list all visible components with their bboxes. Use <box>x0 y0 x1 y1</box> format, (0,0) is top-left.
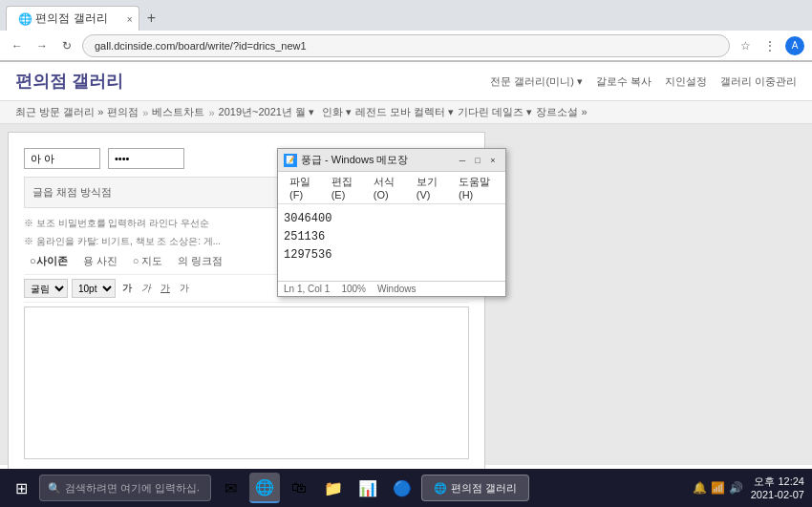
site-nav: 전문 갤러리(미니) ▾ 갈로수 복사 지인설정 갤러리 이중관리 <box>490 74 797 89</box>
url-input[interactable] <box>82 34 730 57</box>
breadcrumb-year[interactable]: 2019년~2021년 월 ▾ <box>219 105 314 119</box>
nav-dual[interactable]: 갤러리 이중관리 <box>720 74 797 89</box>
clock-date: 2021-02-07 <box>751 488 804 501</box>
breadcrumb-photo[interactable]: 인화 ▾ <box>322 105 352 119</box>
editor-area[interactable] <box>24 306 469 459</box>
minimize-button[interactable]: ─ <box>456 154 469 167</box>
search-bar[interactable]: 🔍 <box>39 475 211 501</box>
pw-input[interactable] <box>108 148 184 169</box>
toolbar-tab-photo[interactable]: 용 사진 <box>77 252 123 270</box>
notepad-line2: 251136 <box>284 228 500 246</box>
profile-avatar[interactable]: A <box>785 36 804 55</box>
address-bar: ← → ↻ ☆ ⋮ A <box>0 31 812 61</box>
status-encoding: Windows <box>377 284 417 294</box>
search-icon: 🔍 <box>48 482 61 495</box>
font-color-button[interactable]: 가 <box>177 281 192 296</box>
taskbar-explorer[interactable]: 📁 <box>318 473 349 503</box>
tray-notification[interactable]: 🔔 <box>693 481 707 495</box>
maximize-button[interactable]: □ <box>471 154 484 167</box>
tray-volume[interactable]: 🔊 <box>729 481 743 495</box>
main-content: 글읍 채점 방식점 ※ 보조 비밀번호를 입력하려 라인다 우선순 ※ 움라인을… <box>0 124 812 465</box>
system-clock: 오후 12:24 2021-02-07 <box>751 475 804 502</box>
breadcrumb-legend[interactable]: 레전드 모바 컬렉터 ▾ <box>355 105 454 119</box>
back-button[interactable]: ← <box>8 36 27 55</box>
italic-button[interactable]: 가 <box>139 281 154 296</box>
taskbar-edge[interactable]: 🌐 <box>249 473 280 503</box>
font-select[interactable]: 굴림 <box>24 279 68 298</box>
tab-bar: 🌐 편의점 갤러리 × + <box>0 0 812 31</box>
nav-gallery-mini[interactable]: 전문 갤러리(미니) ▾ <box>490 74 582 89</box>
notepad-content[interactable]: 3046400 251136 1297536 <box>278 204 505 281</box>
breadcrumb-recent[interactable]: 최근 방문 갤러리 » <box>15 105 103 119</box>
underline-button[interactable]: 가 <box>158 281 173 296</box>
status-position: Ln 1, Col 1 <box>284 284 330 294</box>
taskbar-store[interactable]: 🛍 <box>284 473 314 503</box>
forward-button[interactable]: → <box>32 36 52 55</box>
active-window-label: 편의점 갤러리 <box>451 481 517 496</box>
menu-help[interactable]: 도움말(H) <box>451 174 502 201</box>
breadcrumb-genre[interactable]: 장르소설 » <box>536 105 587 119</box>
active-window-icon: 🌐 <box>434 482 447 495</box>
breadcrumb-sep1: » <box>142 107 148 118</box>
taskbar-office[interactable]: 📊 <box>353 473 383 503</box>
tab-close-button[interactable]: × <box>127 13 133 24</box>
taskbar-chrome[interactable]: 🔵 <box>387 473 417 503</box>
notepad-statusbar: Ln 1, Col 1 100% Windows <box>278 281 505 296</box>
taskbar-apps: ✉ 🌐 🛍 📁 📊 🔵 🌐 편의점 갤러리 <box>215 473 689 503</box>
active-tab[interactable]: 🌐 편의점 갤러리 × <box>6 6 139 31</box>
site-header: 편의점 갤러리 전문 갤러리(미니) ▾ 갈로수 복사 지인설정 갤러리 이중관… <box>0 62 812 101</box>
breadcrumb-best[interactable]: 베스트차트 <box>152 105 204 119</box>
menu-view[interactable]: 보기(V) <box>409 174 451 201</box>
nav-settings[interactable]: 지인설정 <box>665 74 707 89</box>
tray-network[interactable]: 📶 <box>711 481 725 495</box>
notepad-titlebar: 📝 풍급 - Windows 메모장 ─ □ × <box>278 149 505 172</box>
tab-favicon: 🌐 <box>18 12 32 26</box>
toolbar-tab-image[interactable]: ○사이존 <box>24 252 74 270</box>
tab-label: 편의점 갤러리 <box>35 11 107 27</box>
size-select[interactable]: 10pt <box>72 279 116 298</box>
notepad-line1: 3046400 <box>284 210 500 228</box>
menu-icon[interactable]: ⋮ <box>760 36 780 55</box>
bold-button[interactable]: 가 <box>119 281 135 296</box>
browser-chrome: 🌐 편의점 갤러리 × + ← → ↻ ☆ ⋮ A <box>0 0 812 62</box>
menu-format[interactable]: 서식(O) <box>366 174 409 201</box>
breadcrumb-gallery[interactable]: 편의점 <box>107 105 139 119</box>
taskbar: ⊞ 🔍 ✉ 🌐 🛍 📁 📊 🔵 🌐 편의점 갤러리 🔔 📶 🔊 오후 12:24… <box>0 469 812 507</box>
menu-edit[interactable]: 편집(E) <box>324 174 366 201</box>
search-input[interactable] <box>65 482 199 494</box>
notepad-menubar: 파일(F) 편집(E) 서식(O) 보기(V) 도움말(H) <box>278 172 505 204</box>
toolbar-tab-map[interactable]: ○ 지도 <box>127 252 169 270</box>
refresh-button[interactable]: ↻ <box>57 36 76 55</box>
menu-file[interactable]: 파일(F) <box>282 174 324 201</box>
website: 편의점 갤러리 전문 갤러리(미니) ▾ 갈로수 복사 지인설정 갤러리 이중관… <box>0 62 812 470</box>
tray-icons: 🔔 📶 🔊 <box>693 481 743 495</box>
notepad-window: 📝 풍급 - Windows 메모장 ─ □ × 파일(F) 편집(E) 서식(… <box>277 148 506 297</box>
notepad-app-icon: 📝 <box>284 154 297 167</box>
start-button[interactable]: ⊞ <box>8 475 35 501</box>
taskbar-mail[interactable]: ✉ <box>215 473 246 503</box>
status-zoom: 100% <box>341 284 366 294</box>
id-input[interactable] <box>24 148 100 169</box>
new-tab-button[interactable]: + <box>139 6 163 31</box>
window-controls: ─ □ × <box>456 154 500 167</box>
breadcrumb-sep2: » <box>208 107 214 118</box>
bookmark-icon[interactable]: ☆ <box>736 36 755 55</box>
close-button[interactable]: × <box>486 154 500 167</box>
notepad-line3: 1297536 <box>284 246 500 264</box>
nav-copy[interactable]: 갈로수 복사 <box>596 74 652 89</box>
breadcrumb: 최근 방문 갤러리 » 편의점 » 베스트차트 » 2019년~2021년 월 … <box>0 101 812 124</box>
browser-icons: ☆ ⋮ A <box>736 36 804 55</box>
notepad-title: 풍급 - Windows 메모장 <box>301 153 408 167</box>
toolbar-tab-link[interactable]: 의 링크점 <box>172 252 228 270</box>
system-tray: 🔔 📶 🔊 오후 12:24 2021-02-07 <box>693 475 804 502</box>
site-title: 편의점 갤러리 <box>15 70 123 93</box>
clock-time: 오후 12:24 <box>751 475 804 488</box>
taskbar-active-window[interactable]: 🌐 편의점 갤러리 <box>421 475 529 501</box>
breadcrumb-daily[interactable]: 기다린 데일즈 ▾ <box>458 105 532 119</box>
